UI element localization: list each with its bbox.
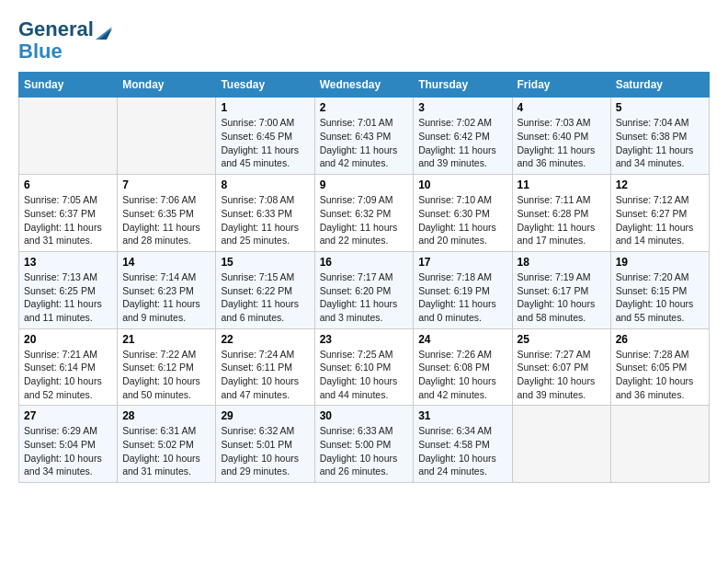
day-number: 28 <box>122 409 210 422</box>
column-header-friday: Friday <box>512 73 610 98</box>
day-info: Sunrise: 7:21 AM Sunset: 6:14 PM Dayligh… <box>24 348 112 402</box>
calendar-cell: 13Sunrise: 7:13 AM Sunset: 6:25 PM Dayli… <box>19 251 118 328</box>
day-info: Sunrise: 7:28 AM Sunset: 6:05 PM Dayligh… <box>616 348 704 402</box>
day-number: 9 <box>320 178 409 191</box>
day-number: 21 <box>122 333 210 346</box>
calendar-cell <box>19 98 118 175</box>
day-info: Sunrise: 7:12 AM Sunset: 6:27 PM Dayligh… <box>616 193 704 247</box>
calendar-cell: 14Sunrise: 7:14 AM Sunset: 6:23 PM Dayli… <box>118 251 216 328</box>
calendar-cell: 18Sunrise: 7:19 AM Sunset: 6:17 PM Dayli… <box>512 251 610 328</box>
calendar-cell: 12Sunrise: 7:12 AM Sunset: 6:27 PM Dayli… <box>610 175 709 252</box>
page-header: General Blue <box>18 18 710 63</box>
calendar-cell: 29Sunrise: 6:32 AM Sunset: 5:01 PM Dayli… <box>216 406 314 483</box>
day-info: Sunrise: 7:09 AM Sunset: 6:32 PM Dayligh… <box>320 193 409 247</box>
calendar-cell: 3Sunrise: 7:02 AM Sunset: 6:42 PM Daylig… <box>414 98 512 175</box>
day-number: 20 <box>24 333 112 346</box>
day-number: 7 <box>122 178 210 191</box>
day-number: 22 <box>221 333 309 346</box>
calendar-cell: 7Sunrise: 7:06 AM Sunset: 6:35 PM Daylig… <box>118 175 216 252</box>
day-number: 26 <box>616 333 704 346</box>
logo: General Blue <box>18 18 112 63</box>
calendar-header-row: SundayMondayTuesdayWednesdayThursdayFrid… <box>19 73 710 98</box>
day-number: 5 <box>616 101 704 114</box>
calendar-cell: 11Sunrise: 7:11 AM Sunset: 6:28 PM Dayli… <box>512 175 610 252</box>
calendar-cell: 16Sunrise: 7:17 AM Sunset: 6:20 PM Dayli… <box>314 251 414 328</box>
calendar-cell <box>118 98 216 175</box>
day-info: Sunrise: 7:20 AM Sunset: 6:15 PM Dayligh… <box>616 270 704 325</box>
day-number: 25 <box>518 333 606 346</box>
day-number: 15 <box>221 256 309 269</box>
calendar-cell: 5Sunrise: 7:04 AM Sunset: 6:38 PM Daylig… <box>610 98 709 175</box>
calendar-week-row: 1Sunrise: 7:00 AM Sunset: 6:45 PM Daylig… <box>19 98 710 175</box>
column-header-saturday: Saturday <box>610 73 709 98</box>
calendar-cell <box>512 406 610 483</box>
calendar-cell: 30Sunrise: 6:33 AM Sunset: 5:00 PM Dayli… <box>314 406 414 483</box>
day-number: 27 <box>24 409 112 422</box>
day-info: Sunrise: 7:04 AM Sunset: 6:38 PM Dayligh… <box>616 116 704 170</box>
day-info: Sunrise: 7:24 AM Sunset: 6:11 PM Dayligh… <box>221 348 309 402</box>
day-info: Sunrise: 7:27 AM Sunset: 6:07 PM Dayligh… <box>518 348 606 402</box>
day-number: 13 <box>24 256 112 269</box>
calendar-cell <box>610 406 709 483</box>
calendar-cell: 22Sunrise: 7:24 AM Sunset: 6:11 PM Dayli… <box>216 328 314 406</box>
column-header-wednesday: Wednesday <box>314 73 414 98</box>
calendar-cell: 10Sunrise: 7:10 AM Sunset: 6:30 PM Dayli… <box>414 175 512 252</box>
day-number: 19 <box>616 256 704 269</box>
calendar-week-row: 13Sunrise: 7:13 AM Sunset: 6:25 PM Dayli… <box>19 251 710 328</box>
day-info: Sunrise: 7:14 AM Sunset: 6:23 PM Dayligh… <box>122 270 210 325</box>
day-info: Sunrise: 7:22 AM Sunset: 6:12 PM Dayligh… <box>122 348 210 402</box>
column-header-monday: Monday <box>118 73 216 98</box>
calendar-table: SundayMondayTuesdayWednesdayThursdayFrid… <box>18 72 710 483</box>
day-info: Sunrise: 7:01 AM Sunset: 6:43 PM Dayligh… <box>320 116 409 170</box>
day-number: 30 <box>320 409 409 422</box>
calendar-cell: 27Sunrise: 6:29 AM Sunset: 5:04 PM Dayli… <box>19 406 118 483</box>
calendar-cell: 8Sunrise: 7:08 AM Sunset: 6:33 PM Daylig… <box>216 175 314 252</box>
day-info: Sunrise: 7:13 AM Sunset: 6:25 PM Dayligh… <box>24 270 112 325</box>
calendar-cell: 9Sunrise: 7:09 AM Sunset: 6:32 PM Daylig… <box>314 175 414 252</box>
calendar-cell: 15Sunrise: 7:15 AM Sunset: 6:22 PM Dayli… <box>216 251 314 328</box>
calendar-cell: 25Sunrise: 7:27 AM Sunset: 6:07 PM Dayli… <box>512 328 610 406</box>
calendar-cell: 24Sunrise: 7:26 AM Sunset: 6:08 PM Dayli… <box>414 328 512 406</box>
calendar-cell: 28Sunrise: 6:31 AM Sunset: 5:02 PM Dayli… <box>118 406 216 483</box>
day-number: 31 <box>418 409 506 422</box>
day-info: Sunrise: 7:10 AM Sunset: 6:30 PM Dayligh… <box>418 193 506 247</box>
calendar-cell: 31Sunrise: 6:34 AM Sunset: 4:58 PM Dayli… <box>414 406 512 483</box>
calendar-cell: 23Sunrise: 7:25 AM Sunset: 6:10 PM Dayli… <box>314 328 414 406</box>
day-number: 29 <box>221 409 309 422</box>
calendar-cell: 4Sunrise: 7:03 AM Sunset: 6:40 PM Daylig… <box>512 98 610 175</box>
day-number: 23 <box>320 333 409 346</box>
day-number: 17 <box>418 256 506 269</box>
column-header-sunday: Sunday <box>19 73 118 98</box>
day-info: Sunrise: 7:15 AM Sunset: 6:22 PM Dayligh… <box>221 270 309 325</box>
day-number: 12 <box>616 178 704 191</box>
day-number: 4 <box>518 101 606 114</box>
logo-bird-icon <box>96 21 112 40</box>
day-info: Sunrise: 6:32 AM Sunset: 5:01 PM Dayligh… <box>221 424 309 478</box>
day-info: Sunrise: 6:31 AM Sunset: 5:02 PM Dayligh… <box>122 424 210 478</box>
logo-text-general: General <box>18 18 94 40</box>
calendar-cell: 21Sunrise: 7:22 AM Sunset: 6:12 PM Dayli… <box>118 328 216 406</box>
day-info: Sunrise: 7:18 AM Sunset: 6:19 PM Dayligh… <box>418 270 506 325</box>
calendar-cell: 17Sunrise: 7:18 AM Sunset: 6:19 PM Dayli… <box>414 251 512 328</box>
day-info: Sunrise: 7:06 AM Sunset: 6:35 PM Dayligh… <box>122 193 210 247</box>
calendar-cell: 19Sunrise: 7:20 AM Sunset: 6:15 PM Dayli… <box>610 251 709 328</box>
day-number: 10 <box>418 178 506 191</box>
day-info: Sunrise: 6:29 AM Sunset: 5:04 PM Dayligh… <box>24 424 112 478</box>
day-info: Sunrise: 6:33 AM Sunset: 5:00 PM Dayligh… <box>320 424 409 478</box>
day-number: 16 <box>320 256 409 269</box>
day-info: Sunrise: 7:08 AM Sunset: 6:33 PM Dayligh… <box>221 193 309 247</box>
calendar-week-row: 20Sunrise: 7:21 AM Sunset: 6:14 PM Dayli… <box>19 328 710 406</box>
day-info: Sunrise: 7:25 AM Sunset: 6:10 PM Dayligh… <box>320 348 409 402</box>
day-info: Sunrise: 7:00 AM Sunset: 6:45 PM Dayligh… <box>221 116 309 170</box>
day-number: 24 <box>418 333 506 346</box>
calendar-week-row: 6Sunrise: 7:05 AM Sunset: 6:37 PM Daylig… <box>19 175 710 252</box>
logo-text-blue: Blue <box>18 40 112 63</box>
day-number: 1 <box>221 101 309 114</box>
day-info: Sunrise: 7:11 AM Sunset: 6:28 PM Dayligh… <box>518 193 606 247</box>
calendar-cell: 1Sunrise: 7:00 AM Sunset: 6:45 PM Daylig… <box>216 98 314 175</box>
calendar-cell: 6Sunrise: 7:05 AM Sunset: 6:37 PM Daylig… <box>19 175 118 252</box>
column-header-thursday: Thursday <box>414 73 512 98</box>
calendar-cell: 26Sunrise: 7:28 AM Sunset: 6:05 PM Dayli… <box>610 328 709 406</box>
day-info: Sunrise: 7:02 AM Sunset: 6:42 PM Dayligh… <box>418 116 506 170</box>
day-info: Sunrise: 7:17 AM Sunset: 6:20 PM Dayligh… <box>320 270 409 325</box>
